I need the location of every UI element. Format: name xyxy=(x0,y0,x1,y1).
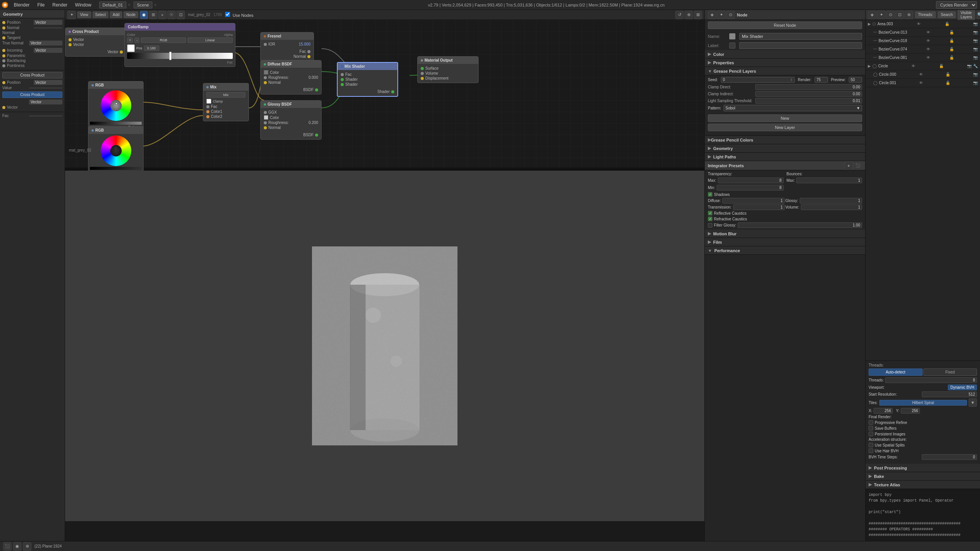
circle-render-icon[interactable]: 📷 xyxy=(967,64,972,68)
view-btn[interactable]: View xyxy=(77,11,91,18)
rgb-node-2[interactable]: RGB Color xyxy=(88,126,144,178)
fr-icon1[interactable]: ◈ xyxy=(868,11,876,19)
node-view-icon2[interactable]: × xyxy=(158,11,167,19)
layer-item-area003[interactable]: ▶ ⬡ Area.003 👁 🔓 📷 xyxy=(866,20,980,28)
color-section[interactable]: ▶ Color xyxy=(705,50,865,59)
fr-icon4[interactable]: ⊡ xyxy=(895,11,904,19)
label-input[interactable] xyxy=(739,42,862,49)
node-tool1[interactable]: ↺ xyxy=(675,11,684,19)
bc081-lock-icon[interactable]: 🔓 xyxy=(949,55,954,60)
fresnel-node[interactable]: Fresnel IOR 15.000 Fac Normal xyxy=(260,32,314,61)
mix-type-select[interactable]: Mix xyxy=(206,92,245,98)
select-btn[interactable]: Select xyxy=(93,11,109,18)
render-value-input[interactable]: 75 xyxy=(815,77,828,83)
colorramp-node[interactable]: ColorRamp Color Alpha + - RGB Linear xyxy=(124,23,235,67)
trans-b-value[interactable]: 1 xyxy=(733,204,785,210)
bc018-lock-icon[interactable]: 🔓 xyxy=(949,39,954,43)
status-icon3[interactable]: ⊕ xyxy=(23,542,31,551)
pos-value[interactable]: 0.180 xyxy=(144,46,159,51)
mix-clamp-checkbox[interactable] xyxy=(206,99,211,104)
scene-selector[interactable]: Scene xyxy=(134,2,152,8)
menu-window[interactable]: Render xyxy=(49,0,71,10)
clamp-indirect-value[interactable]: 0.00 xyxy=(755,91,862,97)
threads-value[interactable]: 8 xyxy=(885,377,977,383)
node-prop-icon1[interactable]: ◈ xyxy=(708,11,716,19)
properties-section[interactable]: ▶ Properties xyxy=(705,59,865,67)
fr-icon2[interactable]: ✦ xyxy=(877,11,885,19)
hilbert-spiral-btn[interactable]: Hilbert Spiral xyxy=(879,400,967,406)
new-btn[interactable]: New xyxy=(708,114,862,122)
bc018-render-icon[interactable]: 📷 xyxy=(973,39,978,43)
mix-shader-node[interactable]: Mix Shader Fac Shader Shader xyxy=(337,62,398,97)
use-spatial-checkbox[interactable] xyxy=(869,443,873,447)
performance-header[interactable]: ▼ Performance xyxy=(705,246,865,255)
use-hair-checkbox[interactable] xyxy=(869,448,873,453)
gradient-stop[interactable] xyxy=(169,52,172,60)
glossy-b-value[interactable]: 1 xyxy=(800,198,862,204)
layer-item-beziercurve013[interactable]: 〰 BezierCurve.013 👁 🔓 📷 xyxy=(866,28,980,37)
film-section[interactable]: ▶ Film xyxy=(705,238,865,246)
bc013-render-icon[interactable]: 📷 xyxy=(973,30,978,34)
integrator-icon1[interactable]: + xyxy=(844,161,853,170)
new-layer-btn[interactable]: New Layer xyxy=(708,124,862,131)
visible-layers-select[interactable]: Visible Layers xyxy=(958,10,975,20)
transp-min-value[interactable]: 8 xyxy=(717,185,784,191)
transp-max-value[interactable]: 8 xyxy=(718,178,784,183)
blender-logo[interactable] xyxy=(0,0,10,10)
colorramp-interp[interactable]: Linear xyxy=(188,37,233,43)
bc081-render-icon[interactable]: 📷 xyxy=(973,55,978,60)
colorramp-mode[interactable]: + xyxy=(127,37,133,43)
menu-file[interactable]: Blender xyxy=(10,0,33,10)
tiles-dropdown[interactable]: ▼ xyxy=(969,398,977,407)
rgb1-brightness-slider[interactable] xyxy=(90,122,142,125)
x-value[interactable]: 256 xyxy=(874,408,893,414)
shadows-checkbox[interactable]: ✓ xyxy=(708,192,712,197)
menu-help[interactable]: Window xyxy=(71,0,95,10)
screen-layout[interactable]: Default_01 xyxy=(99,2,126,8)
texture-atlas-section[interactable]: ▶ Texture Atlas xyxy=(866,481,980,489)
light-paths-section[interactable]: ▶ Light Paths xyxy=(705,153,865,161)
geometry-section[interactable]: ▶ Geometry xyxy=(705,144,865,153)
node-btn[interactable]: Node xyxy=(124,11,138,18)
glossy-color-swatch[interactable] xyxy=(264,115,268,120)
bake-section[interactable]: ▶ Bake xyxy=(866,472,980,481)
fr-search-btn[interactable]: Search xyxy=(938,11,956,18)
pattern-value[interactable]: Sobol ▼ xyxy=(724,105,862,111)
colorramp-rgb-select[interactable]: RGB xyxy=(141,37,186,43)
diffuse-b-value[interactable]: 1 xyxy=(722,198,785,204)
node-editor-icon[interactable]: ✦ xyxy=(67,11,76,19)
preview-value-input[interactable]: 50 xyxy=(849,77,862,83)
layer-item-circle[interactable]: ▶ ◯ Circle 👁 🔓 📷 🔧 xyxy=(866,62,980,70)
fr-icon5[interactable]: ⊕ xyxy=(905,11,913,19)
circle-vis-icon[interactable]: 👁 xyxy=(911,64,915,68)
gp-colors-header[interactable]: ▶ Grease Pencil Colors xyxy=(705,136,865,144)
c001-render-icon[interactable]: 📷 xyxy=(973,81,978,85)
area003-render-icon[interactable]: 📷 xyxy=(973,22,978,26)
refl-caustics-checkbox[interactable]: ✓ xyxy=(708,211,712,215)
node-tool3[interactable]: ⊠ xyxy=(694,11,702,19)
bc013-lock-icon[interactable]: 🔓 xyxy=(949,30,954,34)
node-prop-icon2[interactable]: ✦ xyxy=(717,11,725,19)
c001-vis-icon[interactable]: 👁 xyxy=(919,81,923,85)
bc018-vis-icon[interactable]: 👁 xyxy=(926,39,930,43)
status-icon1[interactable]: ⬛ xyxy=(3,542,11,551)
rgb2-colorwheel[interactable] xyxy=(101,135,131,166)
layer-item-circle001[interactable]: ◯ Circle.001 👁 🔓 📷 xyxy=(866,79,980,87)
y-value[interactable]: 256 xyxy=(901,408,920,414)
mix-node[interactable]: Mix Mix Clamp Fac Color1 xyxy=(203,83,249,121)
filter-glossy-checkbox[interactable] xyxy=(708,223,712,228)
start-res-value[interactable]: 512 xyxy=(922,391,977,397)
colorramp-minus[interactable]: - xyxy=(134,37,139,43)
seed-input[interactable]: 0 ⬆ xyxy=(721,77,795,83)
auto-detect-btn[interactable]: Auto-detect xyxy=(869,368,923,376)
node-editor-area[interactable]: Cross Product Vector Vector Vector Color… xyxy=(65,20,704,169)
bc074-render-icon[interactable]: 📷 xyxy=(973,47,978,51)
colorramp-gradient[interactable] xyxy=(127,53,233,59)
prog-refine-checkbox[interactable] xyxy=(869,420,873,425)
rgb2-brightness-slider[interactable] xyxy=(90,167,142,170)
c001-lock-icon[interactable]: 🔓 xyxy=(946,81,950,85)
node-type-icon[interactable]: ◉ xyxy=(140,11,148,19)
motion-blur-section[interactable]: ▶ Motion Blur xyxy=(705,230,865,238)
filter-glossy-value[interactable]: 1.00 xyxy=(738,222,862,228)
menu-render[interactable]: File xyxy=(33,0,48,10)
